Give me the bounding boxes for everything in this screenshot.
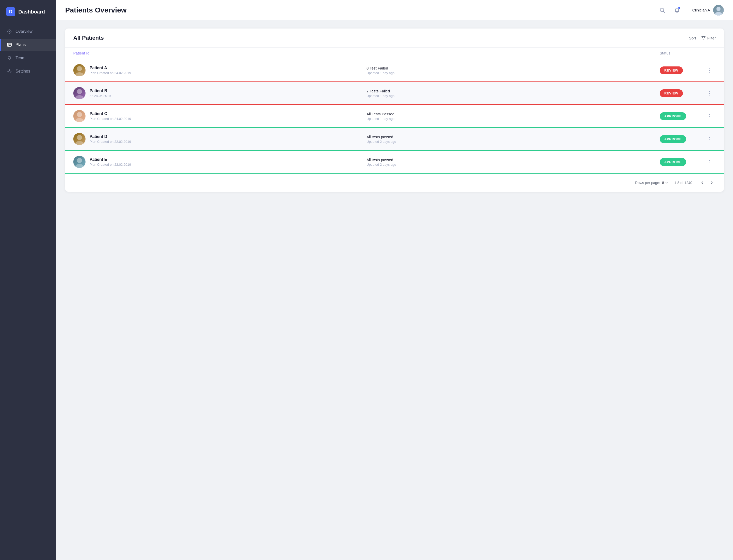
more-options-button[interactable]: ⋮: [706, 135, 714, 143]
rows-value: 8: [662, 181, 664, 185]
header-right: Clinician A: [657, 5, 724, 16]
status-badge[interactable]: REVIEW: [660, 89, 683, 97]
svg-point-24: [75, 141, 83, 145]
sidebar-item-plans-label: Plans: [16, 43, 26, 47]
col-patient-id: Patient Id: [73, 51, 367, 55]
patient-avatar: [73, 87, 86, 99]
svg-point-21: [77, 112, 82, 117]
card-icon: [7, 42, 12, 47]
rows-per-page: Rows per page: 8: [635, 181, 668, 185]
sidebar-navigation: Overview Plans Te: [0, 23, 56, 79]
patient-details: Patient A Plan Created on 24.02.2019: [90, 66, 131, 75]
page-range: 1-8 of 1240: [674, 181, 692, 185]
more-options-button[interactable]: ⋮: [706, 89, 714, 97]
status-info: All tests passed Updated 2 days ago: [367, 135, 660, 144]
table-header: Patient Id Status: [65, 48, 724, 59]
sidebar-logo-text: Dashboard: [18, 9, 45, 15]
svg-point-22: [75, 118, 83, 122]
status-badge[interactable]: APPROVE: [660, 135, 686, 143]
svg-point-9: [9, 71, 10, 72]
table-row: Patient D Plan Created on 22.02.2019 All…: [65, 128, 724, 151]
patient-avatar: [73, 64, 86, 76]
patient-name: Patient C: [90, 111, 131, 116]
svg-point-18: [75, 72, 83, 76]
patient-details: Patient B on 24.05.2019: [90, 89, 111, 98]
patient-details: Patient C Plan Created on 24.02.2019: [90, 111, 131, 121]
rows-per-page-select[interactable]: 8: [662, 181, 668, 185]
status-info: 7 Tests Failed Updated 1 day ago: [367, 89, 660, 98]
sidebar-item-overview[interactable]: Overview: [0, 25, 56, 38]
svg-point-23: [77, 135, 82, 140]
svg-point-26: [75, 164, 83, 168]
next-page-button[interactable]: [708, 179, 716, 187]
patient-date: Plan Created on 22.02.2019: [90, 140, 131, 144]
status-info: 8 Test Failed Updated 1 day ago: [367, 66, 660, 75]
patients-card-header: All Patients Sort Filt: [65, 29, 724, 48]
status-main: 8 Test Failed: [367, 66, 660, 70]
page-title: Patients Overview: [65, 6, 126, 14]
status-badge[interactable]: APPROVE: [660, 112, 686, 120]
status-info: All tests passed Updated 2 days ago: [367, 158, 660, 166]
bulb-icon: [7, 55, 12, 61]
patient-list: Patient A Plan Created on 24.02.2019 8 T…: [65, 59, 724, 174]
status-sub: Updated 1 day ago: [367, 117, 660, 121]
patient-avatar: [73, 110, 86, 122]
header: Patients Overview Clinician A: [56, 0, 733, 20]
prev-page-button[interactable]: [698, 179, 706, 187]
page-navigation: [698, 179, 716, 187]
sidebar-item-plans[interactable]: Plans: [0, 39, 56, 51]
svg-line-11: [663, 11, 665, 12]
more-options-button[interactable]: ⋮: [706, 112, 714, 120]
sidebar-item-settings[interactable]: Settings: [0, 65, 56, 77]
sidebar-item-settings-label: Settings: [16, 69, 30, 74]
notifications-button[interactable]: [672, 5, 682, 15]
rows-per-page-label: Rows per page:: [635, 181, 660, 185]
svg-point-17: [77, 66, 82, 71]
more-options-button[interactable]: ⋮: [706, 66, 714, 74]
badge-cell: REVIEW: [660, 89, 706, 97]
status-info: All Tests Passed Updated 1 day ago: [367, 112, 660, 121]
status-sub: Updated 1 day ago: [367, 71, 660, 75]
svg-point-25: [77, 158, 82, 163]
svg-point-20: [75, 95, 83, 99]
patient-details: Patient D Plan Created on 22.02.2019: [90, 134, 131, 144]
sidebar-item-team[interactable]: Team: [0, 52, 56, 64]
circle-icon: [7, 29, 12, 34]
status-main: All Tests Passed: [367, 112, 660, 116]
patients-card: All Patients Sort Filt: [65, 29, 724, 192]
table-row: Patient A Plan Created on 24.02.2019 8 T…: [65, 59, 724, 82]
svg-point-19: [77, 89, 82, 94]
status-main: All tests passed: [367, 135, 660, 139]
patient-date: Plan Created on 24.02.2019: [90, 117, 131, 121]
patient-details: Patient E Plan Created on 22.02.2019: [90, 157, 131, 166]
user-menu[interactable]: Clinician A: [692, 5, 724, 16]
patients-title: All Patients: [73, 35, 104, 41]
table-row: Patient B on 24.05.2019 7 Tests Failed U…: [65, 82, 724, 105]
patient-date: Plan Created on 22.02.2019: [90, 163, 131, 166]
badge-cell: APPROVE: [660, 158, 706, 166]
sidebar-item-team-label: Team: [16, 56, 25, 60]
status-badge[interactable]: REVIEW: [660, 66, 683, 74]
sort-button[interactable]: Sort: [683, 36, 696, 40]
patient-info: Patient C Plan Created on 24.02.2019: [73, 110, 367, 122]
badge-cell: APPROVE: [660, 112, 706, 120]
patient-info: Patient A Plan Created on 24.02.2019: [73, 64, 367, 76]
filter-button[interactable]: Filter: [701, 36, 716, 40]
sidebar: D Dashboard Overview Plans: [0, 0, 56, 560]
patient-info: Patient E Plan Created on 22.02.2019: [73, 156, 367, 168]
svg-point-12: [716, 7, 721, 11]
patient-date: on 24.05.2019: [90, 94, 111, 98]
table-row: Patient C Plan Created on 24.02.2019 All…: [65, 105, 724, 128]
more-options-button[interactable]: ⋮: [706, 158, 714, 166]
status-sub: Updated 2 days ago: [367, 163, 660, 166]
sidebar-logo: D Dashboard: [0, 0, 56, 23]
content-area: All Patients Sort Filt: [56, 20, 733, 560]
sort-label: Sort: [689, 36, 696, 40]
patient-date: Plan Created on 24.02.2019: [90, 71, 131, 75]
search-button[interactable]: [657, 5, 667, 15]
header-actions: Sort Filter: [683, 36, 716, 40]
status-badge[interactable]: APPROVE: [660, 158, 686, 166]
svg-point-13: [715, 12, 722, 16]
user-avatar: [713, 5, 724, 16]
svg-point-5: [8, 57, 11, 59]
